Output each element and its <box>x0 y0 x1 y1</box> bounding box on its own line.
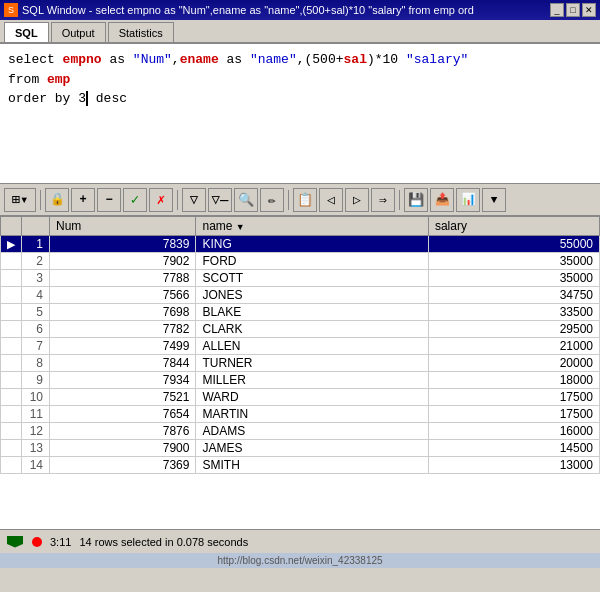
prev-button[interactable]: ◁ <box>319 188 343 212</box>
cell-num: 7698 <box>50 304 196 321</box>
row-number: 9 <box>22 372 50 389</box>
cell-name: JAMES <box>196 440 428 457</box>
cell-salary: 29500 <box>428 321 599 338</box>
row-indicator <box>1 287 22 304</box>
cell-name: WARD <box>196 389 428 406</box>
add-row-button[interactable]: + <box>71 188 95 212</box>
tab-bar: SQL Output Statistics <box>0 20 600 44</box>
grid-toggle-button[interactable]: ⊞▾ <box>4 188 36 212</box>
col-header-num[interactable]: Num <box>50 217 196 236</box>
export-button[interactable]: ⇒ <box>371 188 395 212</box>
edit-button[interactable]: ✏ <box>260 188 284 212</box>
lock-button[interactable]: 🔒 <box>45 188 69 212</box>
watermark: http://blog.csdn.net/weixin_42338125 <box>0 553 600 568</box>
minimize-button[interactable]: _ <box>550 3 564 17</box>
window-title: SQL Window - select empno as "Num",ename… <box>22 4 550 16</box>
chart-button[interactable]: 📊 <box>456 188 480 212</box>
table-row[interactable]: 127876ADAMS16000 <box>1 423 600 440</box>
cell-name: FORD <box>196 253 428 270</box>
table-row[interactable]: 67782CLARK29500 <box>1 321 600 338</box>
status-dot <box>32 537 42 547</box>
table-row[interactable]: 107521WARD17500 <box>1 389 600 406</box>
window-controls: _ □ ✕ <box>550 3 596 17</box>
cell-name: CLARK <box>196 321 428 338</box>
next-button[interactable]: ▷ <box>345 188 369 212</box>
cell-salary: 17500 <box>428 406 599 423</box>
table-row[interactable]: 37788SCOTT35000 <box>1 270 600 287</box>
cell-num: 7521 <box>50 389 196 406</box>
table-row[interactable]: 27902FORD35000 <box>1 253 600 270</box>
cell-num: 7369 <box>50 457 196 474</box>
table-row[interactable]: 147369SMITH13000 <box>1 457 600 474</box>
flag-icon <box>6 535 24 549</box>
maximize-button[interactable]: □ <box>566 3 580 17</box>
cell-num: 7566 <box>50 287 196 304</box>
status-message: 14 rows selected in 0.078 seconds <box>79 536 248 548</box>
row-indicator <box>1 304 22 321</box>
close-button[interactable]: ✕ <box>582 3 596 17</box>
print-button[interactable]: 📤 <box>430 188 454 212</box>
tab-output[interactable]: Output <box>51 22 106 42</box>
table-row[interactable]: 47566JONES34750 <box>1 287 600 304</box>
table-row[interactable]: 97934MILLER18000 <box>1 372 600 389</box>
table-row[interactable]: 137900JAMES14500 <box>1 440 600 457</box>
save-button[interactable]: 💾 <box>404 188 428 212</box>
tab-sql[interactable]: SQL <box>4 22 49 42</box>
cell-salary: 17500 <box>428 389 599 406</box>
rollback-button[interactable]: ✗ <box>149 188 173 212</box>
col-header-salary[interactable]: salary <box>428 217 599 236</box>
row-number: 3 <box>22 270 50 287</box>
cell-num: 7844 <box>50 355 196 372</box>
row-indicator <box>1 355 22 372</box>
cell-num: 7934 <box>50 372 196 389</box>
toolbar-separator-1 <box>40 190 41 210</box>
row-indicator <box>1 253 22 270</box>
row-number: 5 <box>22 304 50 321</box>
copy-button[interactable]: 📋 <box>293 188 317 212</box>
cell-name: BLAKE <box>196 304 428 321</box>
col-header-rownum <box>22 217 50 236</box>
row-indicator <box>1 321 22 338</box>
row-indicator <box>1 389 22 406</box>
row-number: 11 <box>22 406 50 423</box>
green-flag <box>7 536 23 548</box>
cell-salary: 34750 <box>428 287 599 304</box>
more-button[interactable]: ▼ <box>482 188 506 212</box>
cell-salary: 20000 <box>428 355 599 372</box>
delete-row-button[interactable]: − <box>97 188 121 212</box>
table-row[interactable]: 57698BLAKE33500 <box>1 304 600 321</box>
app-icon: S <box>4 3 18 17</box>
cell-name: ALLEN <box>196 338 428 355</box>
toolbar-separator-4 <box>399 190 400 210</box>
table-row[interactable]: 87844TURNER20000 <box>1 355 600 372</box>
filter-button[interactable]: ▽ <box>182 188 206 212</box>
cell-salary: 21000 <box>428 338 599 355</box>
commit-button[interactable]: ✓ <box>123 188 147 212</box>
table-row[interactable]: ▶17839KING55000 <box>1 236 600 253</box>
row-indicator <box>1 406 22 423</box>
tab-statistics[interactable]: Statistics <box>108 22 174 42</box>
search-button[interactable]: 🔍 <box>234 188 258 212</box>
col-header-name[interactable]: name ▼ <box>196 217 428 236</box>
row-indicator <box>1 440 22 457</box>
table-row[interactable]: 77499ALLEN21000 <box>1 338 600 355</box>
cell-salary: 13000 <box>428 457 599 474</box>
cell-num: 7782 <box>50 321 196 338</box>
results-grid[interactable]: Num name ▼ salary ▶17839KING5500027902FO… <box>0 216 600 529</box>
cursor-position: 3:11 <box>50 536 71 548</box>
result-table: Num name ▼ salary ▶17839KING5500027902FO… <box>0 216 600 474</box>
row-number: 12 <box>22 423 50 440</box>
cell-num: 7654 <box>50 406 196 423</box>
row-number: 14 <box>22 457 50 474</box>
row-number: 13 <box>22 440 50 457</box>
cell-name: SMITH <box>196 457 428 474</box>
sort-button[interactable]: ▽̶ <box>208 188 232 212</box>
cell-num: 7839 <box>50 236 196 253</box>
cell-salary: 18000 <box>428 372 599 389</box>
cell-num: 7499 <box>50 338 196 355</box>
row-number: 6 <box>22 321 50 338</box>
sql-editor[interactable]: select empno as "Num",ename as "name",(5… <box>0 44 600 184</box>
cell-salary: 35000 <box>428 270 599 287</box>
table-row[interactable]: 117654MARTIN17500 <box>1 406 600 423</box>
col-header-indicator <box>1 217 22 236</box>
